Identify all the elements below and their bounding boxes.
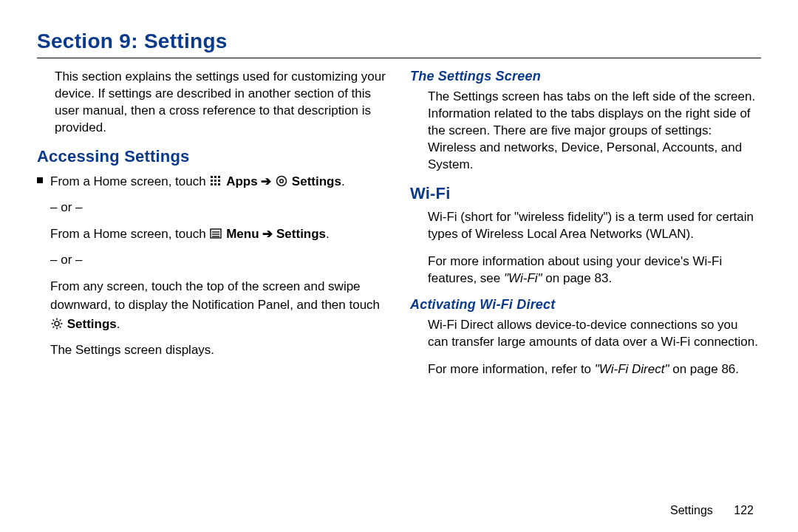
or-divider: – or – [50, 198, 388, 217]
right-column: The Settings Screen The Settings screen … [410, 69, 761, 389]
svg-line-23 [53, 326, 55, 327]
step-home-menu: From a Home screen, touch Menu ➔ Setting… [50, 225, 388, 244]
page-title: Section 9: Settings [37, 30, 761, 53]
text-fragment: For more information, refer to [428, 362, 595, 376]
svg-point-10 [280, 179, 284, 183]
wifi-intro-text: Wi-Fi (short for "wireless fidelity") is… [410, 209, 761, 243]
settings-label: Settings [276, 227, 326, 241]
svg-line-22 [60, 319, 61, 321]
settings-label: Settings [67, 317, 117, 331]
svg-rect-1 [214, 176, 216, 178]
apps-label: Apps [226, 174, 258, 188]
apps-grid-icon [210, 175, 222, 187]
settings-gear-icon [51, 318, 63, 330]
or-divider: – or – [50, 250, 388, 270]
step-notification-panel: From any screen, touch the top of the sc… [50, 277, 388, 334]
svg-rect-5 [218, 180, 220, 182]
text-fragment: From a Home screen, touch [50, 227, 209, 241]
svg-rect-0 [211, 176, 213, 178]
settings-label: Settings [292, 174, 341, 188]
svg-line-20 [53, 319, 55, 321]
settings-screen-heading: The Settings Screen [410, 69, 761, 84]
svg-rect-3 [211, 180, 213, 182]
accessing-settings-heading: Accessing Settings [37, 147, 388, 166]
settings-screen-text: The Settings screen has tabs on the left… [410, 89, 761, 174]
wifi-direct-xref-text: For more information, refer to "Wi-Fi Di… [410, 361, 761, 378]
wifi-heading: Wi-Fi [410, 184, 761, 203]
menu-icon [210, 228, 222, 239]
access-steps-body: From a Home screen, touch Apps ➔ Setting… [50, 172, 388, 367]
access-steps-bullet: From a Home screen, touch Apps ➔ Setting… [37, 172, 388, 367]
svg-point-15 [55, 321, 59, 326]
svg-rect-6 [211, 183, 213, 185]
svg-rect-4 [214, 180, 216, 182]
text-fragment: From a Home screen, touch [50, 174, 209, 188]
svg-line-21 [60, 326, 61, 327]
settings-ring-icon [276, 175, 287, 187]
two-column-layout: This section explains the settings used … [37, 69, 761, 389]
text-fragment: on page 86. [669, 362, 740, 376]
wifi-direct-reference: "Wi-Fi Direct" [595, 362, 669, 376]
period: . [326, 227, 330, 241]
page-footer: Settings 122 [670, 504, 754, 517]
svg-rect-8 [218, 183, 220, 185]
wifi-direct-text: Wi-Fi Direct allows device-to-device con… [410, 317, 761, 351]
step-home-apps: From a Home screen, touch Apps ➔ Setting… [50, 172, 388, 191]
svg-rect-7 [214, 183, 216, 185]
settings-displays-text: The Settings screen displays. [50, 341, 388, 360]
arrow-icon: ➔ [261, 174, 275, 188]
wifi-reference: "Wi-Fi" [504, 271, 542, 285]
svg-rect-2 [218, 176, 220, 178]
svg-point-9 [277, 176, 287, 185]
intro-text: This section explains the settings used … [37, 69, 388, 137]
wifi-xref-text: For more information about using your de… [410, 253, 761, 287]
wifi-direct-heading: Activating Wi-Fi Direct [410, 297, 761, 313]
arrow-icon: ➔ [262, 227, 276, 241]
text-fragment: on page 83. [542, 271, 613, 285]
footer-section: Settings [670, 504, 713, 516]
title-rule [37, 58, 761, 58]
text-fragment: From any screen, touch the top of the sc… [50, 279, 380, 313]
menu-label: Menu [226, 227, 259, 241]
period: . [341, 174, 345, 188]
left-column: This section explains the settings used … [37, 69, 388, 389]
footer-page-number: 122 [734, 504, 754, 516]
square-bullet-icon [37, 177, 43, 183]
period: . [117, 317, 120, 331]
